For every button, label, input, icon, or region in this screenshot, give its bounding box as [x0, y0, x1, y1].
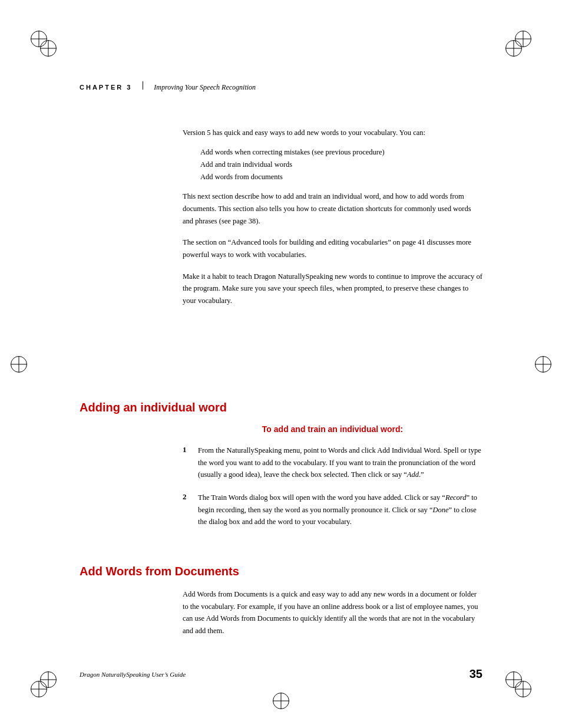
chapter-title: Improving Your Speech Recognition — [154, 83, 256, 92]
subsection-heading: To add and train an individual word: — [183, 424, 482, 434]
body-para-3: The section on “Advanced tools for build… — [183, 236, 482, 261]
body-para-4: Make it a habit to teach Dragon Naturall… — [183, 271, 482, 307]
crosshair-ml — [11, 356, 27, 373]
crosshair-tr-inner — [505, 40, 522, 57]
crosshair-tl-inner — [40, 40, 57, 57]
section1-content: To add and train an individual word: 1 F… — [183, 424, 482, 539]
step-1-number: 1 — [183, 444, 198, 481]
page-header: CHAPTER 3 Improving Your Speech Recognit… — [80, 81, 482, 92]
crosshair-br-inner — [505, 671, 522, 688]
crosshair-bl-inner — [40, 671, 57, 688]
main-content: Version 5 has quick and easy ways to add… — [183, 127, 482, 316]
crosshair-mr — [535, 356, 551, 373]
page-number: 35 — [470, 667, 482, 681]
step-1-text: From the NaturallySpeaking menu, point t… — [198, 444, 482, 481]
crosshair-bm — [273, 693, 289, 709]
bullet-item-1: Add words when correcting mistakes (see … — [200, 146, 482, 159]
chapter-number: 3 — [127, 84, 132, 91]
body-para-2: This next section describe how to add an… — [183, 190, 482, 227]
bullet-item-2: Add and train individual words — [200, 159, 482, 171]
bullet-list: Add words when correcting mistakes (see … — [200, 146, 482, 184]
page-footer: Dragon NaturallySpeaking User’s Guide 35 — [80, 667, 482, 681]
section2-para: Add Words from Documents is a quick and … — [183, 588, 482, 637]
header-divider — [143, 81, 143, 90]
bullet-item-3: Add words from documents — [200, 171, 482, 183]
step-1: 1 From the NaturallySpeaking menu, point… — [183, 444, 482, 481]
step-2-text: The Train Words dialog box will open wit… — [198, 492, 482, 528]
section2-content: Add Words from Documents is a quick and … — [183, 588, 482, 647]
step-2-number: 2 — [183, 492, 198, 528]
chapter-label: CHAPTER — [80, 84, 123, 91]
footer-title: Dragon NaturallySpeaking User’s Guide — [80, 671, 186, 678]
section2-heading: Add Words from Documents — [80, 565, 239, 578]
section1-heading: Adding an individual word — [80, 401, 227, 414]
step-2: 2 The Train Words dialog box will open w… — [183, 492, 482, 528]
intro-para-1: Version 5 has quick and easy ways to add… — [183, 127, 482, 139]
